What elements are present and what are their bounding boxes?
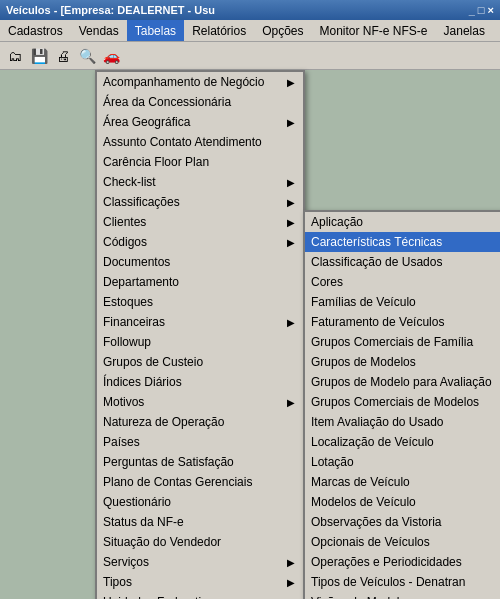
menu-natureza[interactable]: Natureza de Operação (97, 412, 303, 432)
sub-visoes[interactable]: Visões de Modelo (305, 592, 500, 599)
menu-area-conc[interactable]: Área da Concessionária (97, 92, 303, 112)
menu-cadastros[interactable]: Cadastros (0, 20, 71, 41)
sub-grupos-comerciais-familia[interactable]: Grupos Comerciais de Família (305, 332, 500, 352)
sub-operacoes[interactable]: Operações e Periodicidades (305, 552, 500, 572)
sub-grupos-comerciais-modelos[interactable]: Grupos Comerciais de Modelos (305, 392, 500, 412)
main-area: Acompanhamento de Negócio▶ Área da Conce… (0, 70, 500, 599)
sub-observacoes[interactable]: Observações da Vistoria (305, 512, 500, 532)
title-text: Veículos - [Empresa: DEALERNET - Usu (6, 4, 215, 16)
menu-perguntas[interactable]: Perguntas de Satisfação (97, 452, 303, 472)
menu-plano[interactable]: Plano de Contas Gerenciais (97, 472, 303, 492)
sub-cores[interactable]: Cores▶ (305, 272, 500, 292)
sub-grupos-modelo-avaliacao[interactable]: Grupos de Modelo para Avaliação (305, 372, 500, 392)
menu-carencia[interactable]: Carência Floor Plan (97, 152, 303, 172)
sub-tipos-denatran[interactable]: Tipos de Veículos - Denatran (305, 572, 500, 592)
menu-unidades[interactable]: Unidades Federativas (97, 592, 303, 599)
menu-servicos[interactable]: Serviços▶ (97, 552, 303, 572)
menu-status-nfe[interactable]: Status da NF-e (97, 512, 303, 532)
toolbar-btn-4[interactable]: 🔍 (76, 45, 98, 67)
toolbar-btn-2[interactable]: 💾 (28, 45, 50, 67)
menu-monitor[interactable]: Monitor NF-e NFS-e (312, 20, 436, 41)
menu-relatorios[interactable]: Relatórios (184, 20, 254, 41)
menu-area-geo[interactable]: Área Geográfica▶ (97, 112, 303, 132)
sub-classificacao-usados[interactable]: Classificação de Usados (305, 252, 500, 272)
sub-aplicacao[interactable]: Aplicação (305, 212, 500, 232)
sub-familias[interactable]: Famílias de Veículo (305, 292, 500, 312)
menu-situacao[interactable]: Situação do Vendedor (97, 532, 303, 552)
toolbar-btn-car[interactable]: 🚗 (100, 45, 122, 67)
menu-janelas[interactable]: Janelas (436, 20, 493, 41)
sub-localizacao[interactable]: Localização de Veículo (305, 432, 500, 452)
menu-checklist[interactable]: Check-list▶ (97, 172, 303, 192)
menu-questionario[interactable]: Questionário (97, 492, 303, 512)
tabelas-dropdown: Acompanhamento de Negócio▶ Área da Conce… (95, 70, 305, 599)
menu-indices[interactable]: Índices Diários (97, 372, 303, 392)
menu-grupos-custeio[interactable]: Grupos de Custeio (97, 352, 303, 372)
menu-vendas[interactable]: Vendas (71, 20, 127, 41)
menu-clientes[interactable]: Clientes▶ (97, 212, 303, 232)
menu-codigos[interactable]: Códigos▶ (97, 232, 303, 252)
menu-tabelas[interactable]: Tabelas (127, 20, 184, 41)
menu-classificacoes[interactable]: Classificações▶ (97, 192, 303, 212)
toolbar-btn-1[interactable]: 🗂 (4, 45, 26, 67)
menu-tipos[interactable]: Tipos▶ (97, 572, 303, 592)
menu-financeiras[interactable]: Financeiras▶ (97, 312, 303, 332)
menu-acompanhamento[interactable]: Acompanhamento de Negócio▶ (97, 72, 303, 92)
sub-opcionais[interactable]: Opcionais de Veículos (305, 532, 500, 552)
menu-estoques[interactable]: Estoques (97, 292, 303, 312)
toolbar-btn-3[interactable]: 🖨 (52, 45, 74, 67)
menu-motivos[interactable]: Motivos▶ (97, 392, 303, 412)
sub-grupos-modelos[interactable]: Grupos de Modelos (305, 352, 500, 372)
menu-documentos[interactable]: Documentos (97, 252, 303, 272)
sub-marcas[interactable]: Marcas de Veículo (305, 472, 500, 492)
sub-modelos[interactable]: Modelos de Veículo (305, 492, 500, 512)
window-controls: _ □ × (469, 4, 494, 16)
menu-departamento[interactable]: Departamento (97, 272, 303, 292)
menu-ajuda[interactable]: Ajuda ? (493, 20, 500, 41)
menu-followup[interactable]: Followup (97, 332, 303, 352)
menu-opcoes[interactable]: Opções (254, 20, 311, 41)
title-bar: Veículos - [Empresa: DEALERNET - Usu _ □… (0, 0, 500, 20)
codigos-submenu: Aplicação Características Técnicas Class… (303, 210, 500, 599)
menu-bar: Cadastros Vendas Tabelas Relatórios Opçõ… (0, 20, 500, 42)
sub-caracteristicas[interactable]: Características Técnicas (305, 232, 500, 252)
menu-paises[interactable]: Países (97, 432, 303, 452)
sub-faturamento[interactable]: Faturamento de Veículos (305, 312, 500, 332)
menu-assunto[interactable]: Assunto Contato Atendimento (97, 132, 303, 152)
sub-item-avaliacao[interactable]: Item Avaliação do Usado (305, 412, 500, 432)
toolbar: 🗂 💾 🖨 🔍 🚗 (0, 42, 500, 70)
sub-lotacao[interactable]: Lotação (305, 452, 500, 472)
